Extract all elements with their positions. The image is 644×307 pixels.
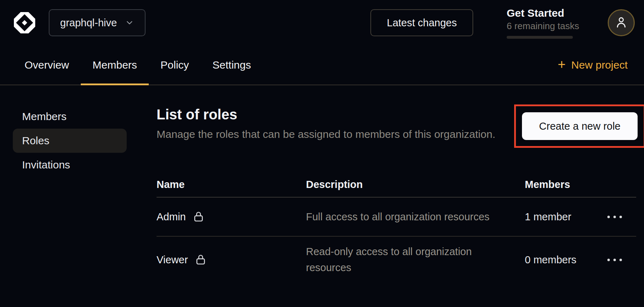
roles-panel: List of roles Manage the roles that can … — [157, 104, 636, 283]
top-header: graphql-hive Latest changes Get Started … — [0, 0, 644, 45]
org-tabbar: Overview Members Policy Settings + New p… — [0, 45, 644, 85]
role-description: Read-only access to all organization res… — [306, 244, 505, 276]
tabbar-spacer — [263, 45, 554, 85]
chevron-down-icon — [125, 18, 134, 27]
tab-members[interactable]: Members — [81, 45, 149, 85]
create-new-role-button[interactable]: Create a new role — [522, 112, 638, 140]
get-started-progressbar — [507, 36, 573, 39]
new-project-link[interactable]: + New project — [554, 45, 631, 85]
lock-icon — [195, 253, 206, 266]
subnav-item-invitations[interactable]: Invitations — [13, 153, 127, 177]
role-member-count: 1 member — [525, 211, 571, 222]
roles-table-header-row: Name Description Members — [157, 172, 636, 198]
roles-table: Name Description Members Admin Full — [157, 172, 636, 283]
org-selector-label: graphql-hive — [60, 17, 117, 29]
role-member-count: 0 members — [525, 254, 576, 265]
table-row-admin: Admin Full access to all organization re… — [157, 198, 636, 237]
plus-icon: + — [558, 58, 565, 71]
row-menu-ellipsis-icon[interactable] — [607, 256, 622, 264]
page-content: Members Roles Invitations List of roles … — [0, 85, 644, 283]
tab-policy[interactable]: Policy — [149, 45, 201, 85]
lock-icon — [193, 210, 204, 223]
role-name: Admin — [157, 211, 186, 223]
role-description: Full access to all organization resource… — [306, 209, 505, 225]
new-project-label: New project — [571, 59, 628, 71]
members-subnav: Members Roles Invitations — [13, 104, 127, 283]
user-avatar[interactable] — [608, 9, 635, 36]
column-header-description: Description — [306, 179, 525, 190]
tab-overview[interactable]: Overview — [13, 45, 81, 85]
column-header-name: Name — [157, 179, 306, 190]
subnav-item-roles[interactable]: Roles — [13, 129, 127, 153]
row-menu-ellipsis-icon[interactable] — [607, 213, 622, 221]
subnav-item-members[interactable]: Members — [13, 104, 127, 129]
get-started-subtitle: 6 remaining tasks — [507, 21, 573, 32]
get-started-widget[interactable]: Get Started 6 remaining tasks — [507, 7, 573, 39]
hive-logo-icon[interactable] — [13, 11, 36, 34]
column-header-members: Members — [525, 179, 607, 190]
role-name: Viewer — [157, 254, 188, 266]
table-row-viewer: Viewer Read-only access to all organizat… — [157, 237, 636, 283]
get-started-title: Get Started — [507, 7, 573, 19]
org-selector-dropdown[interactable]: graphql-hive — [49, 9, 146, 36]
annotation-highlight-box: Create a new role — [514, 104, 644, 148]
latest-changes-button[interactable]: Latest changes — [370, 9, 473, 36]
tab-settings[interactable]: Settings — [201, 45, 263, 85]
person-icon — [614, 15, 628, 31]
roles-panel-header: List of roles Manage the roles that can … — [157, 107, 636, 160]
